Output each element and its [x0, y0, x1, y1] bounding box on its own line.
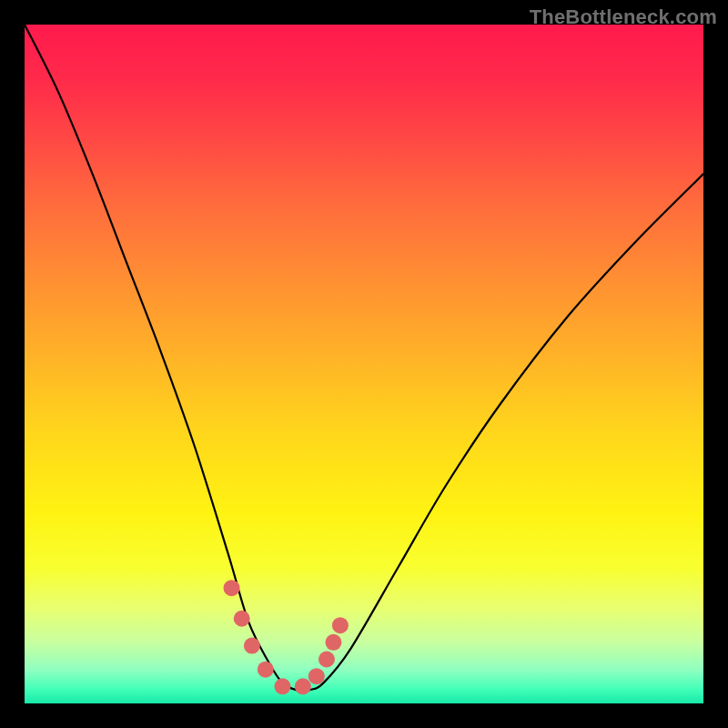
highlight-dot [325, 634, 341, 651]
highlight-dot [274, 678, 290, 694]
curve-svg [25, 25, 703, 703]
highlight-dot [308, 668, 325, 684]
bottleneck-curve [25, 25, 703, 691]
highlight-dot [318, 652, 335, 668]
highlight-dot [258, 662, 274, 678]
highlight-dot [295, 678, 311, 694]
highlight-dot [332, 617, 349, 633]
chart-stage: TheBottleneck.com [0, 0, 728, 728]
plot-area [25, 25, 703, 703]
highlight-dot [234, 611, 250, 627]
highlight-dot [244, 638, 260, 654]
highlight-dot [224, 580, 240, 596]
